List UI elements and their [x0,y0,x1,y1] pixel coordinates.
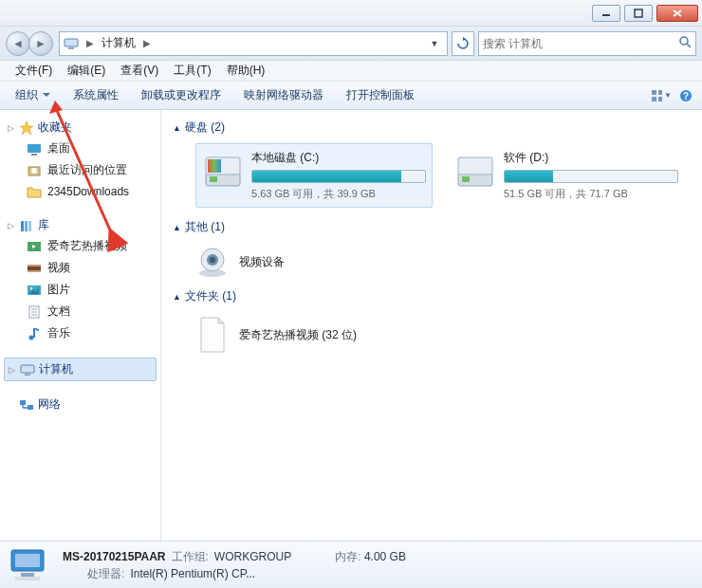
documents-icon [27,304,42,320]
toolbar-uninstall-programs[interactable]: 卸载或更改程序 [132,83,231,107]
sidebar-item-label: 音乐 [47,325,70,341]
desktop-icon [27,141,42,156]
svg-rect-1 [635,9,642,17]
svg-rect-36 [21,365,34,373]
sidebar-item-pictures[interactable]: 图片 [4,279,157,301]
menu-help[interactable]: 帮助(H) [219,61,273,81]
drive-card-d[interactable]: 软件 (D:) 51.5 GB 可用，共 71.7 GB [448,143,685,208]
svg-point-28 [30,286,33,289]
folder-name: 爱奇艺热播视频 (32 位) [239,327,357,343]
search-input[interactable] [483,37,674,50]
menu-view[interactable]: 查看(V) [113,61,166,81]
sidebar-item-iqiyi-video[interactable]: 爱奇艺热播视频 [4,235,157,257]
sidebar-header-network[interactable]: ▷ 网络 [4,395,157,414]
webcam-icon [195,245,230,279]
svg-rect-11 [658,97,662,101]
sidebar-computer-label: 计算机 [39,361,73,377]
toolbar-map-network-drive[interactable]: 映射网络驱动器 [234,83,333,107]
drive-capacity-bar [504,170,678,183]
sidebar-item-videos[interactable]: 视频 [4,257,157,279]
computer-large-icon [8,546,53,584]
section-header-hdd[interactable]: ▲ 硬盘 (2) [173,116,691,139]
svg-rect-43 [210,176,217,182]
breadcrumb-chevron-icon[interactable]: ▶ [84,38,96,48]
svg-rect-35 [33,328,35,338]
video-library-icon [27,239,42,254]
command-toolbar: 组织 系统属性 卸载或更改程序 映射网络驱动器 打开控制面板 ▼ ? [0,82,702,110]
sidebar-group-computer: ▷ 计算机 [4,358,157,381]
sidebar-item-label: 桌面 [47,140,70,156]
content-pane: ▲ 硬盘 (2) 本地磁盘 (C:) 5.63 GB 可用，共 39.9 GB [161,110,702,541]
collapse-icon: ▷ [7,365,16,375]
device-name: 视频设备 [239,254,285,270]
svg-rect-48 [458,157,492,175]
svg-rect-55 [21,573,34,577]
sidebar-item-recent[interactable]: 最近访问的位置 [4,159,157,181]
address-breadcrumb[interactable]: ▶ 计算机 ▶ ▼ [59,31,448,56]
svg-rect-21 [28,221,31,231]
svg-rect-9 [658,90,662,95]
sidebar-header-computer[interactable]: ▷ 计算机 [4,358,157,381]
nav-forward-button[interactable]: ► [28,31,53,56]
svg-rect-19 [21,221,24,231]
sidebar-item-label: 图片 [47,282,70,298]
drive-card-c[interactable]: 本地磁盘 (C:) 5.63 GB 可用，共 39.9 GB [195,143,433,208]
toolbar-help-icon[interactable]: ? [675,85,696,106]
collapse-icon: ▷ [6,221,15,230]
sidebar-item-downloads[interactable]: 2345Downloads [4,181,157,202]
sidebar-item-music[interactable]: 音乐 [4,322,157,344]
folder-item[interactable]: 爱奇艺热播视频 (32 位) [173,308,691,361]
computer-icon [20,362,35,377]
sidebar-group-favorites: ▷ 收藏夹 桌面 最近访问的位置 2345Downloads [4,118,157,202]
breadcrumb-chevron-icon[interactable]: ▶ [141,38,153,48]
address-dropdown-icon[interactable]: ▼ [426,39,443,48]
sidebar-favorites-label: 收藏夹 [38,119,72,136]
network-icon [19,397,34,413]
menu-tools[interactable]: 工具(T) [166,61,218,81]
details-pane: MS-20170215PAAR 工作组: WORKGROUP 内存: 4.00 … [0,541,702,588]
svg-rect-20 [25,221,28,231]
toolbar-view-options-icon[interactable]: ▼ [651,85,672,106]
breadcrumb-computer[interactable]: 计算机 [102,35,136,51]
hard-drive-icon [454,150,496,192]
svg-rect-54 [15,554,40,567]
section-header-folders[interactable]: ▲ 文件夹 (1) [173,285,691,308]
collapse-icon: ▲ [173,223,181,232]
device-item-video[interactable]: 视频设备 [173,239,691,285]
nav-back-button[interactable]: ◄ [6,31,30,56]
section-header-other[interactable]: ▲ 其他 (1) [173,215,691,239]
svg-rect-38 [20,400,26,405]
toolbar-organize[interactable]: 组织 [6,83,60,107]
search-box[interactable] [478,31,696,56]
search-icon[interactable] [678,35,692,51]
sidebar-item-documents[interactable]: 文档 [4,301,157,322]
svg-rect-37 [25,374,30,376]
recent-places-icon [27,163,42,178]
navigation-sidebar: ▷ 收藏夹 桌面 最近访问的位置 2345Downloads ▷ 库 [0,110,161,541]
svg-rect-8 [652,90,656,95]
svg-point-6 [680,37,688,45]
svg-rect-5 [68,47,74,49]
svg-rect-26 [28,270,41,272]
collapse-icon: ▲ [173,292,181,302]
window-maximize-button[interactable] [624,5,653,22]
window-minimize-button[interactable] [592,5,620,22]
toolbar-open-control-panel[interactable]: 打开控制面板 [337,83,424,107]
menu-file[interactable]: 文件(F) [8,61,60,81]
toolbar-system-properties[interactable]: 系统属性 [64,83,128,107]
sidebar-header-favorites[interactable]: ▷ 收藏夹 [4,118,157,138]
drive-name: 本地磁盘 (C:) [251,150,426,166]
sidebar-group-libraries: ▷ 库 爱奇艺热播视频 视频 图片 文档 音乐 [4,215,157,344]
menu-edit[interactable]: 编辑(E) [60,61,113,81]
sidebar-header-libraries[interactable]: ▷ 库 [4,215,157,235]
window-close-button[interactable] [656,5,698,22]
music-icon [27,326,42,341]
collapse-icon: ▷ [6,123,15,133]
sidebar-item-label: 爱奇艺热播视频 [47,238,127,254]
folder-icon [27,184,42,199]
refresh-button[interactable] [452,31,474,56]
status-processor-label: 处理器: [87,565,124,582]
sidebar-item-desktop[interactable]: 桌面 [4,138,157,159]
drive-free-text: 51.5 GB 可用，共 71.7 GB [504,187,678,201]
libraries-icon [19,218,34,233]
